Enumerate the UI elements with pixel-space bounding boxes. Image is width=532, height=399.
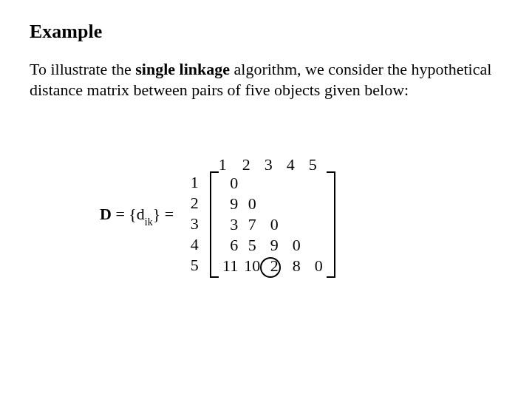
matrix-cell: 9 [263, 235, 285, 256]
matrix-cell: 11 [216, 256, 241, 276]
matrix-cell: 9 [216, 194, 241, 214]
matrix-row: 1110280 [216, 256, 330, 276]
matrix-row: 370 [216, 214, 330, 235]
intro-pre: To illustrate the [30, 60, 135, 78]
matrix-body: 0 90 370 6590 1110280 [210, 173, 335, 276]
col-label: 4 [279, 155, 301, 174]
left-bracket-icon [210, 171, 219, 278]
row-label: 4 [185, 234, 199, 255]
matrix-row: 6590 [216, 235, 330, 256]
col-label: 5 [301, 155, 324, 174]
matrix-cell: 0 [216, 173, 241, 194]
matrix-cell: 5 [241, 235, 263, 256]
row-labels: 1 2 3 4 5 [185, 172, 199, 276]
formula-subscript: ik [145, 216, 153, 228]
heading-example: Example [30, 21, 502, 43]
matrix-cell: 7 [241, 214, 263, 235]
formula-eq2: } = [153, 205, 174, 223]
matrix-cell: 2 [263, 256, 285, 276]
matrix-cell: 10 [241, 256, 263, 276]
row-label: 2 [185, 193, 199, 214]
formula-lhs: D = {dik} = [100, 205, 174, 226]
symbol-D: D [100, 205, 112, 223]
matrix-cell: 6 [216, 235, 241, 256]
distance-matrix-figure: D = {dik} = 1 2 3 4 5 12345 0 90 370 659… [100, 155, 335, 276]
matrix-cell: 8 [285, 256, 307, 276]
intro-paragraph: To illustrate the single linkage algorit… [30, 59, 502, 100]
matrix-row: 90 [216, 194, 330, 214]
matrix-cell: 3 [216, 214, 241, 235]
matrix-cell: 0 [263, 214, 285, 235]
matrix-row: 0 [216, 173, 330, 194]
row-label: 3 [185, 214, 199, 234]
matrix-cell: 0 [285, 235, 307, 256]
matrix-cell: 0 [241, 194, 263, 214]
row-label: 5 [185, 255, 199, 276]
col-label: 2 [235, 155, 257, 174]
right-bracket-icon [327, 171, 335, 278]
col-label: 3 [257, 155, 279, 174]
row-label: 1 [185, 172, 199, 193]
formula-eq1: = {d [112, 205, 145, 223]
intro-bold: single linkage [135, 60, 230, 78]
col-labels: 12345 [210, 155, 335, 173]
